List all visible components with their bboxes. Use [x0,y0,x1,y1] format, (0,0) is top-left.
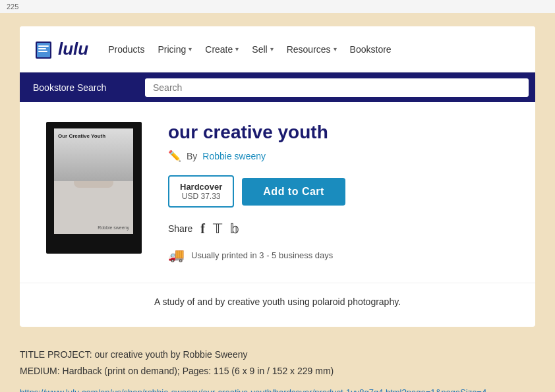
shipping-row: 🚚 Usually printed in 3 - 5 business days [168,247,509,263]
resources-chevron: ▾ [334,45,337,53]
svg-rect-11 [79,154,91,160]
svg-rect-3 [38,48,46,49]
svg-rect-1 [37,43,50,57]
shipping-text: Usually printed in 3 - 5 business days [191,250,333,260]
nav-bookstore[interactable]: Bookstore [350,44,392,55]
lulu-logo-icon [33,39,54,60]
nav-links: Products Pricing ▾ Create ▾ Sell ▾ Resou… [108,44,522,55]
purchase-row: Hardcover USD 37.33 Add to Cart [168,175,509,208]
product-description: A study of and by creative youth using p… [20,283,535,327]
product-title: our creative youth [168,122,509,143]
book-cover-svg [54,128,133,234]
search-input-wrapper [138,78,535,97]
navigation: lulu Products Pricing ▾ Create ▾ Sell ▾ [20,26,535,72]
logo[interactable]: lulu [33,39,88,60]
bottom-line1: TITLE PROJECT: our creative youth by Rob… [20,347,535,363]
pinterest-icon[interactable]: 𝕓 [230,221,239,237]
create-chevron: ▾ [235,45,239,53]
svg-rect-10 [82,145,105,165]
book-cover-author-text: Robbie sweeny [98,225,129,230]
svg-rect-4 [38,51,47,52]
sell-chevron: ▾ [270,45,274,53]
product-author: ✏️ By Robbie sweeny [168,150,509,162]
pencil-icon: ✏️ [168,150,181,162]
book-cover-inner: Our Creative Youth Robbie sweeny [54,128,133,234]
nav-products[interactable]: Products [108,44,144,55]
add-to-cart-button[interactable]: Add to Cart [242,178,345,206]
format-button[interactable]: Hardcover USD 37.33 [168,175,234,208]
share-row: Share f 𝕋 𝕓 [168,221,509,237]
svg-point-8 [84,140,103,163]
nav-pricing[interactable]: Pricing ▾ [158,44,192,55]
product-section: Our Creative Youth Robbie sweeny our cre… [20,102,535,283]
book-cover-photo [54,128,133,234]
author-name-link[interactable]: Robbie sweeny [202,151,266,161]
top-bar: 225 [0,0,555,13]
book-cover: Our Creative Youth Robbie sweeny [46,122,142,254]
pricing-chevron: ▾ [189,45,192,53]
main-card: lulu Products Pricing ▾ Create ▾ Sell ▾ [20,26,535,327]
nav-resources[interactable]: Resources ▾ [287,44,337,55]
bottom-info: TITLE PROJECT: our creative youth by Rob… [0,340,555,392]
search-bar-label: Bookstore Search [20,82,138,93]
author-by-label: By [187,151,197,161]
nav-sell[interactable]: Sell ▾ [252,44,273,55]
logo-text: lulu [58,39,88,59]
twitter-icon[interactable]: 𝕋 [213,221,222,237]
facebook-icon[interactable]: f [200,221,205,237]
search-input[interactable] [145,78,529,97]
truck-icon: 🚚 [168,247,185,263]
format-price: USD 37.33 [182,192,221,201]
svg-point-7 [79,146,108,183]
main-container: lulu Products Pricing ▾ Create ▾ Sell ▾ [0,26,555,392]
book-cover-title-text: Our Creative Youth [58,132,105,140]
bottom-line2: MEDIUM: Hardback (print on demand); Page… [20,363,535,379]
share-label: Share [168,223,192,234]
svg-rect-2 [38,45,49,47]
svg-rect-9 [74,168,113,188]
svg-rect-12 [96,154,108,160]
format-name: Hardcover [180,182,222,192]
search-bar: Bookstore Search [20,72,535,102]
top-bar-text: 225 [7,3,18,11]
nav-create[interactable]: Create ▾ [205,44,239,55]
product-url-link[interactable]: https://www.lulu.com/en/us/shop/robbie-s… [20,385,535,392]
product-info: our creative youth ✏️ By Robbie sweeny H… [168,122,509,263]
